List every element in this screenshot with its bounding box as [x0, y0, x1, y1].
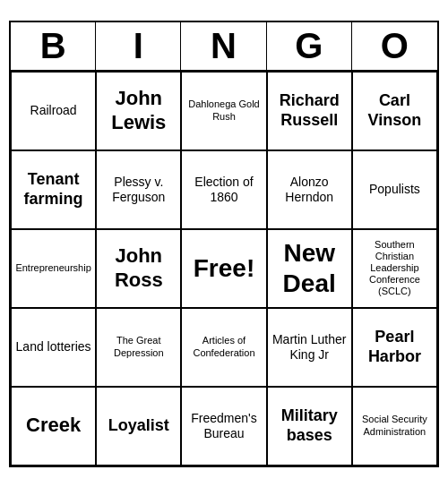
- bingo-cell-22: Freedmen's Bureau: [181, 387, 266, 466]
- bingo-cell-15: Land lotteries: [11, 308, 96, 387]
- bingo-letter-i: I: [96, 22, 181, 70]
- bingo-cell-9: Populists: [352, 150, 437, 229]
- bingo-cell-11: John Ross: [96, 229, 181, 308]
- bingo-cell-23: Military bases: [267, 387, 352, 466]
- bingo-cell-17: Articles of Confederation: [181, 308, 266, 387]
- bingo-cell-1: John Lewis: [96, 72, 181, 150]
- bingo-cell-3: Richard Russell: [267, 72, 352, 150]
- bingo-cell-14: Southern Christian Leadership Conference…: [352, 229, 437, 308]
- bingo-cell-2: Dahlonega Gold Rush: [181, 72, 266, 150]
- bingo-header: BINGO: [11, 22, 437, 72]
- bingo-cell-12: Free!: [181, 229, 266, 308]
- bingo-cell-20: Creek: [11, 387, 96, 466]
- bingo-cell-5: Tenant farming: [11, 150, 96, 229]
- bingo-cell-19: Pearl Harbor: [352, 308, 437, 387]
- bingo-cell-18: Martin Luther King Jr: [267, 308, 352, 387]
- bingo-letter-o: O: [352, 22, 437, 70]
- bingo-cell-4: Carl Vinson: [352, 72, 437, 150]
- bingo-letter-b: B: [11, 22, 96, 70]
- bingo-cell-16: The Great Depression: [96, 308, 181, 387]
- bingo-cell-7: Election of 1860: [181, 150, 266, 229]
- bingo-cell-6: Plessy v. Ferguson: [96, 150, 181, 229]
- bingo-cell-10: Entrepreneurship: [11, 229, 96, 308]
- bingo-cell-24: Social Security Administration: [352, 387, 437, 466]
- bingo-letter-g: G: [267, 22, 352, 70]
- bingo-cell-13: New Deal: [267, 229, 352, 308]
- bingo-card: BINGO RailroadJohn LewisDahlonega Gold R…: [9, 21, 439, 467]
- bingo-cell-8: Alonzo Herndon: [267, 150, 352, 229]
- bingo-cell-0: Railroad: [11, 72, 96, 150]
- bingo-letter-n: N: [181, 22, 266, 70]
- bingo-grid: RailroadJohn LewisDahlonega Gold RushRic…: [11, 72, 437, 466]
- bingo-cell-21: Loyalist: [96, 387, 181, 466]
